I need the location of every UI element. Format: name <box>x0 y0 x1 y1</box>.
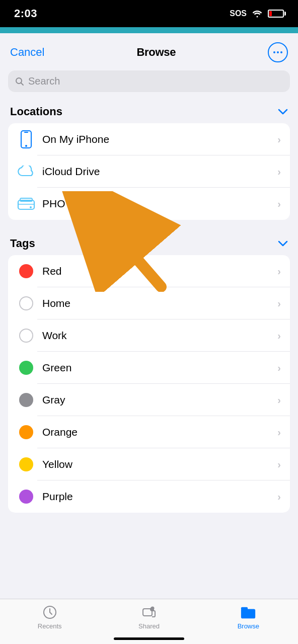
svg-rect-3 <box>24 132 28 133</box>
battery-icon <box>268 10 284 18</box>
photostick-chevron: › <box>277 198 281 210</box>
wifi-icon <box>252 10 263 18</box>
tag-red[interactable]: Red › <box>8 255 290 287</box>
svg-point-4 <box>25 145 27 147</box>
sos-indicator: SOS <box>230 9 247 18</box>
tags-section-header: Tags <box>0 231 298 255</box>
photostick-label: PHOTOSTICK <box>42 198 277 210</box>
svg-line-1 <box>21 83 24 85</box>
tag-yellow[interactable]: Yellow › <box>8 448 290 480</box>
teal-bar <box>0 27 298 33</box>
tag-gray-label: Gray <box>42 394 277 406</box>
search-icon <box>15 77 24 86</box>
cancel-button[interactable]: Cancel <box>10 44 44 61</box>
tab-recents[interactable]: Recents <box>30 604 70 630</box>
search-container: Search <box>0 67 298 99</box>
more-dots-icon <box>273 51 282 53</box>
tag-home[interactable]: Home › <box>8 287 290 319</box>
tag-home-icon <box>17 294 35 312</box>
tag-green-icon <box>17 359 35 377</box>
tag-work-icon <box>17 327 35 345</box>
icloud-icon <box>17 163 35 181</box>
tags-section: Tags Red › <box>0 231 298 513</box>
tag-yellow-label: Yellow <box>42 458 277 470</box>
browse-label: Browse <box>238 622 259 630</box>
status-bar: 2:03 SOS <box>0 0 298 27</box>
iphone-label: On My iPhone <box>42 133 277 145</box>
shared-icon <box>141 604 157 620</box>
tag-home-label: Home <box>42 297 277 309</box>
svg-point-8 <box>30 206 32 208</box>
iphone-icon <box>17 130 35 148</box>
tag-green-label: Green <box>42 362 277 374</box>
tag-orange-icon <box>17 423 35 441</box>
tag-red-icon <box>17 262 35 280</box>
svg-point-13 <box>151 607 154 610</box>
tag-purple-icon <box>17 488 35 506</box>
drive-icon <box>17 195 35 213</box>
locations-collapse-icon[interactable] <box>278 109 288 115</box>
svg-rect-15 <box>241 607 248 610</box>
tag-yellow-icon <box>17 455 35 473</box>
tab-shared[interactable]: Shared <box>129 604 169 630</box>
status-time: 2:03 <box>14 7 37 20</box>
tag-work[interactable]: Work › <box>8 319 290 352</box>
tag-gray[interactable]: Gray › <box>8 384 290 416</box>
tag-work-label: Work <box>42 330 277 342</box>
shared-label: Shared <box>138 622 160 630</box>
tag-gray-icon <box>17 391 35 409</box>
locations-section: Locations O <box>0 99 298 220</box>
tag-green[interactable]: Green › <box>8 352 290 384</box>
tags-title: Tags <box>10 237 35 250</box>
search-bar[interactable]: Search <box>8 70 290 92</box>
icloud-label: iCloud Drive <box>42 166 277 178</box>
recents-icon <box>42 604 58 620</box>
locations-list: On My iPhone › iCloud Drive › <box>8 123 290 220</box>
tag-red-label: Red <box>42 265 277 277</box>
location-iphone[interactable]: On My iPhone › <box>8 123 290 155</box>
home-indicator <box>114 637 184 640</box>
page-title: Browse <box>136 46 176 59</box>
more-options-button[interactable] <box>268 42 288 62</box>
status-icons: SOS <box>230 9 284 18</box>
location-icloud[interactable]: iCloud Drive › <box>8 155 290 188</box>
tag-orange-label: Orange <box>42 426 277 438</box>
location-photostick[interactable]: PHOTOSTICK › <box>8 188 290 220</box>
tag-purple[interactable]: Purple › <box>8 480 290 513</box>
iphone-chevron: › <box>277 134 281 145</box>
locations-section-header: Locations <box>0 99 298 123</box>
locations-title: Locations <box>10 105 62 118</box>
svg-rect-14 <box>241 609 255 618</box>
tags-list: Red › Home › Work › <box>8 255 290 513</box>
icloud-chevron: › <box>277 166 281 178</box>
tag-orange[interactable]: Orange › <box>8 416 290 448</box>
tags-collapse-icon[interactable] <box>278 240 288 247</box>
browse-icon <box>240 604 256 620</box>
recents-label: Recents <box>38 622 62 630</box>
main-container: Cancel Browse Search Locations <box>0 33 298 644</box>
scroll-area: Locations O <box>0 99 298 644</box>
header: Cancel Browse <box>0 33 298 67</box>
tab-browse[interactable]: Browse <box>228 604 268 630</box>
search-placeholder: Search <box>28 75 60 87</box>
tag-purple-label: Purple <box>42 491 277 503</box>
